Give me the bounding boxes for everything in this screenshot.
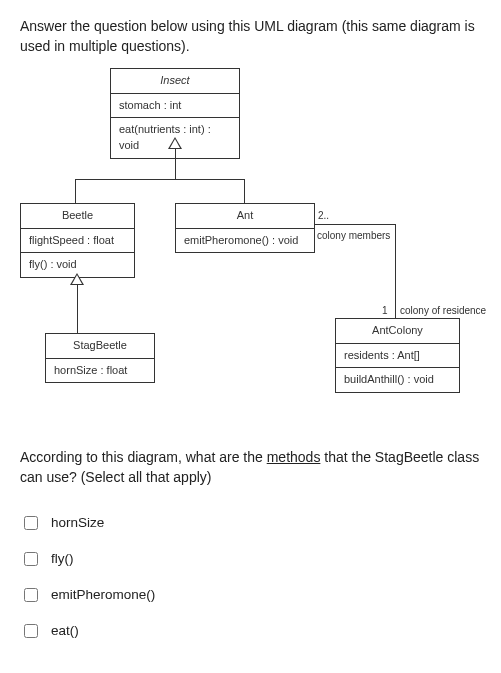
checkbox-fly[interactable] <box>24 552 38 566</box>
question-text: According to this diagram, what are the … <box>20 447 481 488</box>
uml-ant-name: Ant <box>175 203 315 229</box>
assoc-role-ant: colony members <box>317 229 390 244</box>
option-emitpheromone[interactable]: emitPheromone() <box>20 577 481 613</box>
uml-stagbeetle-name: StagBeetle <box>45 333 155 359</box>
question-underline: methods <box>267 449 321 465</box>
uml-antcolony-attr: residents : Ant[] <box>335 343 460 369</box>
option-hornsize[interactable]: hornSize <box>20 505 481 541</box>
uml-diagram: Insect stomach : int eat(nutrients : int… <box>20 69 481 429</box>
checkbox-eat[interactable] <box>24 624 38 638</box>
generalization-arrow-insect <box>168 137 182 149</box>
question-pre: According to this diagram, what are the <box>20 449 267 465</box>
uml-beetle-name: Beetle <box>20 203 135 229</box>
checkbox-hornsize[interactable] <box>24 516 38 530</box>
uml-class-antcolony: AntColony residents : Ant[] buildAnthill… <box>335 319 460 394</box>
option-label: emitPheromone() <box>51 585 155 605</box>
option-label: fly() <box>51 549 74 569</box>
uml-insect-attr: stomach : int <box>110 93 240 119</box>
uml-ant-op: emitPheromone() : void <box>175 228 315 254</box>
option-fly[interactable]: fly() <box>20 541 481 577</box>
checkbox-emitpheromone[interactable] <box>24 588 38 602</box>
uml-antcolony-name: AntColony <box>335 318 460 344</box>
assoc-mult-colony: 1 <box>382 304 388 319</box>
option-label: hornSize <box>51 513 104 533</box>
uml-insect-name: Insect <box>110 68 240 94</box>
uml-class-ant: Ant emitPheromone() : void <box>175 204 315 254</box>
assoc-mult-ant: 2.. <box>318 209 329 224</box>
uml-class-beetle: Beetle flightSpeed : float fly() : void <box>20 204 135 279</box>
uml-class-stagbeetle: StagBeetle hornSize : float <box>45 334 155 384</box>
option-eat[interactable]: eat() <box>20 613 481 649</box>
assoc-role-colony: colony of residence <box>400 304 486 319</box>
uml-antcolony-op: buildAnthill() : void <box>335 367 460 393</box>
option-label: eat() <box>51 621 79 641</box>
uml-beetle-attr: flightSpeed : float <box>20 228 135 254</box>
intro-text: Answer the question below using this UML… <box>20 16 481 57</box>
generalization-arrow-beetle <box>70 273 84 285</box>
uml-stagbeetle-attr: hornSize : float <box>45 358 155 384</box>
